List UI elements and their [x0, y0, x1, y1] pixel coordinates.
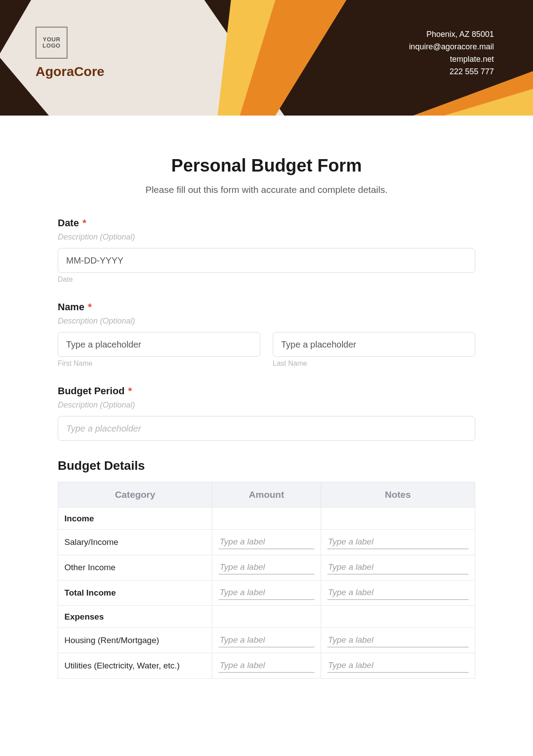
required-marker: *: [128, 385, 132, 396]
brand-name: AgoraCore: [36, 64, 104, 79]
notes-cell: [321, 555, 475, 580]
category-cell: Utilities (Electricity, Water, etc.): [58, 653, 212, 679]
form-title: Personal Budget Form: [58, 156, 475, 176]
contact-email: inquire@agoracore.mail: [409, 41, 494, 53]
header-banner: YOUR LOGO AgoraCore Phoenix, AZ 85001 in…: [0, 0, 533, 116]
amount-input[interactable]: [219, 535, 314, 549]
name-label: Name *: [58, 301, 475, 313]
name-label-text: Name: [58, 301, 84, 312]
col-amount: Amount: [212, 482, 321, 508]
category-cell: Salary/Income: [58, 530, 212, 555]
field-date: Date * Description (Optional) Date: [58, 217, 475, 284]
contact-website: template.net: [409, 53, 494, 66]
period-label: Budget Period *: [58, 385, 475, 397]
notes-cell: [321, 580, 475, 606]
field-name: Name * Description (Optional) First Name…: [58, 301, 475, 368]
notes-cell: [321, 508, 475, 530]
field-budget-period: Budget Period * Description (Optional): [58, 385, 475, 441]
category-cell: Income: [58, 508, 212, 530]
contact-block: Phoenix, AZ 85001 inquire@agoracore.mail…: [409, 28, 494, 78]
last-name-sublabel: Last Name: [273, 360, 475, 368]
amount-cell: [212, 606, 321, 628]
budget-table: Category Amount Notes IncomeSalary/Incom…: [58, 482, 475, 679]
table-header-row: Category Amount Notes: [58, 482, 475, 508]
amount-input[interactable]: [219, 633, 314, 648]
notes-input[interactable]: [327, 659, 469, 673]
category-cell: Housing (Rent/Mortgage): [58, 628, 212, 653]
notes-cell: [321, 530, 475, 555]
first-name-input[interactable]: [58, 332, 260, 357]
name-description[interactable]: Description (Optional): [58, 316, 475, 326]
date-label-text: Date: [58, 217, 79, 228]
form-subtitle: Please fill out this form with accurate …: [58, 184, 475, 195]
date-input[interactable]: [58, 248, 475, 273]
amount-input[interactable]: [219, 586, 314, 600]
amount-cell: [212, 628, 321, 653]
logo-placeholder: YOUR LOGO: [36, 27, 68, 59]
notes-cell: [321, 606, 475, 628]
amount-cell: [212, 508, 321, 530]
amount-cell: [212, 530, 321, 555]
contact-address: Phoenix, AZ 85001: [409, 28, 494, 41]
date-label: Date *: [58, 217, 475, 229]
table-row: Other Income: [58, 555, 475, 580]
category-cell: Other Income: [58, 555, 212, 580]
notes-input[interactable]: [327, 586, 469, 600]
col-notes: Notes: [321, 482, 475, 508]
amount-cell: [212, 653, 321, 679]
table-row: Housing (Rent/Mortgage): [58, 628, 475, 653]
budget-details-heading: Budget Details: [58, 459, 475, 473]
amount-cell: [212, 580, 321, 606]
contact-phone: 222 555 777: [409, 66, 494, 78]
date-sublabel: Date: [58, 276, 475, 284]
period-label-text: Budget Period: [58, 385, 124, 396]
notes-input[interactable]: [327, 560, 469, 575]
table-row: Income: [58, 508, 475, 530]
period-description[interactable]: Description (Optional): [58, 400, 475, 410]
table-row: Expenses: [58, 606, 475, 628]
col-category: Category: [58, 482, 212, 508]
category-cell: Total Income: [58, 580, 212, 606]
table-row: Utilities (Electricity, Water, etc.): [58, 653, 475, 679]
budget-period-input[interactable]: [58, 416, 475, 441]
amount-input[interactable]: [219, 659, 314, 673]
required-marker: *: [83, 217, 87, 228]
category-cell: Expenses: [58, 606, 212, 628]
table-row: Salary/Income: [58, 530, 475, 555]
last-name-input[interactable]: [273, 332, 475, 357]
required-marker: *: [88, 301, 92, 312]
notes-cell: [321, 628, 475, 653]
form-page: Personal Budget Form Please fill out thi…: [0, 116, 533, 679]
logo-area: YOUR LOGO AgoraCore: [36, 27, 104, 79]
date-description[interactable]: Description (Optional): [58, 232, 475, 242]
first-name-sublabel: First Name: [58, 360, 260, 368]
notes-input[interactable]: [327, 633, 469, 648]
notes-input[interactable]: [327, 535, 469, 549]
amount-input[interactable]: [219, 560, 314, 575]
notes-cell: [321, 653, 475, 679]
table-row: Total Income: [58, 580, 475, 606]
amount-cell: [212, 555, 321, 580]
